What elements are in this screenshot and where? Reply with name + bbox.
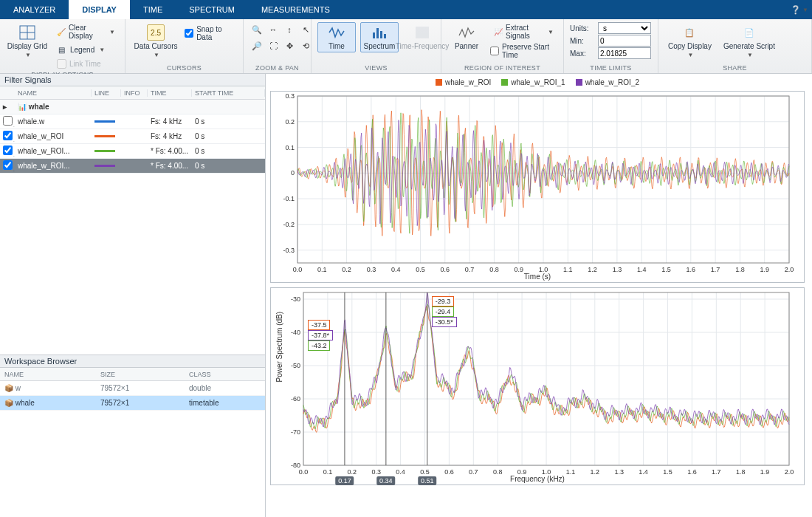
extract-signals-button[interactable]: 📈Extract Signals▼ xyxy=(490,22,557,41)
help-icon: ❔ xyxy=(791,5,801,15)
cursor-icon: 2.5 xyxy=(147,24,165,41)
zoom-y-button[interactable]: ↕ xyxy=(282,22,297,37)
signal-swatch xyxy=(92,165,121,167)
legend-text: whale_w_ROI_1 xyxy=(511,78,565,86)
reset-icon: ⟲ xyxy=(303,41,309,51)
copy-display-button[interactable]: 📋 Copy Display▼ xyxy=(664,22,715,61)
svg-text:-60: -60 xyxy=(291,395,300,403)
spectrum-view-label: Spectrum xyxy=(364,42,396,50)
signal-name: whale.w xyxy=(15,117,92,126)
signal-checkbox[interactable] xyxy=(3,145,13,155)
signal-start: 0 s xyxy=(192,132,265,140)
svg-text:0.2: 0.2 xyxy=(285,118,295,126)
fit-icon: ⛶ xyxy=(269,41,278,50)
workspace-row[interactable]: 📦 whale79572×1timetable xyxy=(0,396,265,411)
signal-start: 0 s xyxy=(192,147,265,155)
svg-text:1.2: 1.2 xyxy=(588,266,597,273)
svg-text:0.5: 0.5 xyxy=(420,468,430,476)
signal-checkbox[interactable] xyxy=(3,131,13,140)
svg-text:1.4: 1.4 xyxy=(639,468,648,476)
spectrum-chart[interactable]: 0.00.10.20.30.40.50.60.70.80.91.01.11.21… xyxy=(270,287,805,485)
svg-text:-0.1: -0.1 xyxy=(283,195,295,202)
chart-legend: whale_w_ROIwhale_w_ROI_1whale_w_ROI_2 xyxy=(270,78,805,86)
help-button[interactable]: ❔▼ xyxy=(787,0,812,19)
svg-text:1.3: 1.3 xyxy=(613,266,622,273)
legend-text: whale_w_ROI xyxy=(445,78,491,86)
svg-text:0.3: 0.3 xyxy=(371,468,381,476)
zoom-in-button[interactable]: 🔍 xyxy=(250,22,264,37)
panner-label: Panner xyxy=(455,42,478,50)
svg-text:0.1: 0.1 xyxy=(285,144,295,151)
max-input[interactable] xyxy=(598,47,651,59)
display-grid-button[interactable]: Display Grid ▼ xyxy=(6,22,49,61)
col-name: NAME xyxy=(15,89,92,97)
svg-text:0.5: 0.5 xyxy=(416,266,425,273)
signal-checkbox[interactable] xyxy=(3,116,13,126)
timefreq-label: Time-Frequency xyxy=(396,42,449,50)
data-cursors-button[interactable]: 2.5 Data Cursors ▼ xyxy=(131,22,180,61)
clear-display-label: Clear Display xyxy=(69,24,105,40)
tab-spectrum[interactable]: SPECTRUM xyxy=(176,0,248,19)
legend-swatch xyxy=(436,79,442,86)
units-select[interactable]: s xyxy=(598,22,651,34)
svg-text:0.4: 0.4 xyxy=(396,468,405,476)
x-axis-label: Time (s) xyxy=(524,273,551,281)
filter-signals-header: Filter Signals xyxy=(0,74,265,86)
svg-text:1.8: 1.8 xyxy=(736,468,746,476)
fit-button[interactable]: ⛶ xyxy=(266,38,281,53)
pointer-icon: ↖ xyxy=(303,25,309,35)
zoom-out-button[interactable]: 🔎 xyxy=(250,38,264,53)
snap-label: Snap to Data xyxy=(196,25,237,41)
legend-button[interactable]: ▤Legend▼ xyxy=(53,43,119,56)
signal-swatch xyxy=(92,135,121,137)
svg-text:-40: -40 xyxy=(291,329,300,336)
spectrum-view-button[interactable]: Spectrum xyxy=(360,22,399,52)
pointer-button[interactable]: ↖ xyxy=(298,22,313,37)
tab-measurements[interactable]: MEASUREMENTS xyxy=(248,0,343,19)
timefreq-view-button[interactable]: Time-Frequency xyxy=(403,22,441,52)
panner-button[interactable]: Panner xyxy=(447,22,486,52)
signal-time: * Fs: 4.00... xyxy=(148,162,192,170)
left-panel: Filter Signals NAME LINE INFO TIME START… xyxy=(0,74,266,517)
reset-button[interactable]: ⟲ xyxy=(298,38,313,53)
signal-row[interactable]: whale.w Fs: 4 kHz 0 s xyxy=(0,114,265,129)
legend-item: whale_w_ROI xyxy=(436,78,491,86)
tab-analyzer[interactable]: ANALYZER xyxy=(0,0,69,19)
display-grid-label: Display Grid xyxy=(7,42,47,50)
preserve-start-checkbox[interactable]: Preserve Start Time xyxy=(490,43,557,59)
signal-row[interactable]: whale_w_ROI... * Fs: 4.00... 0 s xyxy=(0,159,265,174)
pan-button[interactable]: ✥ xyxy=(282,38,297,53)
signal-row[interactable]: whale_w_ROI... * Fs: 4.00... 0 s xyxy=(0,144,265,159)
legend-swatch xyxy=(576,79,582,86)
col-line: LINE xyxy=(92,89,121,97)
zoom-y-icon: ↕ xyxy=(287,25,292,34)
time-chart[interactable]: 0.00.10.20.30.40.50.60.70.80.91.01.11.21… xyxy=(270,91,805,283)
time-view-button[interactable]: Time xyxy=(317,22,356,52)
signal-checkbox[interactable] xyxy=(3,160,13,170)
zoom-x-button[interactable]: ↔ xyxy=(266,22,281,37)
col-time: TIME xyxy=(148,89,192,97)
group-limits: TIME LIMITS xyxy=(570,64,652,72)
signal-name: whale_w_ROI... xyxy=(15,162,92,170)
ws-col-class: CLASS xyxy=(185,371,265,378)
signal-swatch xyxy=(92,120,121,123)
svg-text:1.5: 1.5 xyxy=(663,468,672,476)
svg-text:-50: -50 xyxy=(291,362,300,369)
workspace-row[interactable]: 📦 w79572×1double xyxy=(0,381,265,396)
svg-text:0.8: 0.8 xyxy=(489,266,499,273)
tab-display[interactable]: DISPLAY xyxy=(69,0,130,19)
y-axis-label: Power Spectrum (dB) xyxy=(275,312,283,383)
generate-script-button[interactable]: 📄 Generate Script▼ xyxy=(720,22,779,61)
tab-time[interactable]: TIME xyxy=(130,0,176,19)
signal-start: 0 s xyxy=(192,117,265,126)
data-cursors-label: Data Cursors xyxy=(134,42,178,50)
ws-col-size: SIZE xyxy=(96,371,185,378)
peak-label: -29.3 xyxy=(432,296,455,307)
svg-text:1.8: 1.8 xyxy=(735,266,745,273)
clear-display-button[interactable]: 🧹Clear Display▼ xyxy=(53,22,119,41)
snap-to-data-checkbox[interactable]: Snap to Data xyxy=(185,25,237,41)
col-start: START TIME xyxy=(192,89,265,97)
signal-group-row[interactable]: ▸📊 whale xyxy=(0,100,265,114)
min-input[interactable] xyxy=(598,35,651,47)
signal-row[interactable]: whale_w_ROI Fs: 4 kHz 0 s xyxy=(0,129,265,144)
